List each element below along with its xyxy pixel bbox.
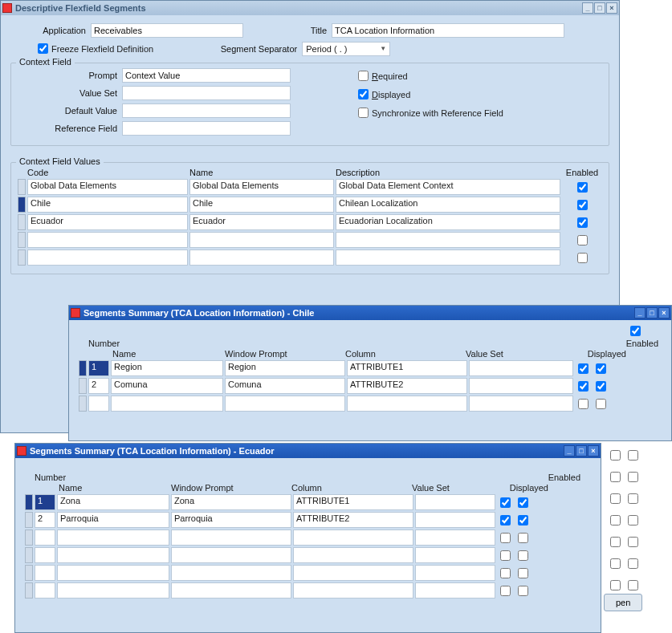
- parent-chk[interactable]: [610, 558, 621, 569]
- enabled-checkbox[interactable]: [577, 182, 588, 193]
- valueset-cell[interactable]: [415, 547, 495, 563]
- default-input[interactable]: [122, 103, 291, 118]
- name-cell[interactable]: Parroquia: [57, 512, 169, 528]
- enabled-checkbox[interactable]: [518, 568, 528, 578]
- segment-row[interactable]: 1 Region Region ATTRIBUTE1: [79, 360, 662, 376]
- chile-top-checkbox[interactable]: [630, 326, 641, 336]
- segment-row[interactable]: [25, 530, 591, 546]
- row-marker[interactable]: [79, 378, 87, 394]
- enabled-checkbox[interactable]: [577, 200, 588, 210]
- number-cell[interactable]: 1: [35, 494, 55, 510]
- close-button[interactable]: ×: [606, 2, 617, 14]
- column-cell[interactable]: [347, 396, 467, 412]
- enabled-checkbox[interactable]: [596, 399, 606, 409]
- column-cell[interactable]: ATTRIBUTE1: [347, 360, 467, 376]
- parent-chk[interactable]: [628, 450, 638, 461]
- parent-chk[interactable]: [610, 537, 621, 547]
- valueset-cell[interactable]: [415, 565, 495, 581]
- row-marker[interactable]: [79, 360, 87, 376]
- row-marker[interactable]: [18, 250, 26, 266]
- ecuador-maximize[interactable]: □: [576, 445, 587, 456]
- desc-cell[interactable]: Global Data Element Context: [336, 179, 560, 195]
- code-cell[interactable]: [27, 232, 188, 248]
- segment-row[interactable]: 1 Zona Zona ATTRIBUTE1: [25, 494, 591, 510]
- row-marker[interactable]: [25, 547, 33, 563]
- displayed-checkbox[interactable]: [578, 399, 589, 409]
- enabled-checkbox[interactable]: [518, 550, 528, 561]
- ecuador-close[interactable]: ×: [588, 445, 599, 456]
- prompt-cell[interactable]: [171, 530, 291, 546]
- name-cell[interactable]: [57, 547, 169, 563]
- row-marker[interactable]: [25, 530, 33, 546]
- prompt-cell[interactable]: Comuna: [225, 378, 345, 394]
- name-cell[interactable]: [57, 565, 169, 581]
- enabled-checkbox[interactable]: [596, 363, 606, 374]
- enabled-checkbox[interactable]: [518, 515, 528, 525]
- desc-cell[interactable]: Ecuadorian Localization: [336, 214, 560, 230]
- minimize-button[interactable]: _: [582, 2, 593, 14]
- context-value-row[interactable]: Global Data Elements Global Data Element…: [18, 179, 602, 195]
- code-cell[interactable]: [27, 250, 188, 266]
- column-cell[interactable]: ATTRIBUTE2: [293, 512, 413, 528]
- number-cell[interactable]: 2: [88, 378, 109, 394]
- parent-chk[interactable]: [628, 472, 638, 482]
- number-cell[interactable]: [35, 547, 55, 563]
- title-input[interactable]: [332, 23, 564, 38]
- name-cell[interactable]: Zona: [57, 494, 169, 510]
- segment-row[interactable]: [25, 565, 591, 581]
- parent-chk[interactable]: [628, 580, 638, 590]
- row-marker[interactable]: [79, 396, 87, 412]
- displayed-checkbox[interactable]: [500, 497, 511, 508]
- column-cell[interactable]: [293, 530, 413, 546]
- column-cell[interactable]: [293, 547, 413, 563]
- parent-chk[interactable]: [628, 515, 638, 525]
- enabled-checkbox[interactable]: [518, 497, 528, 508]
- desc-cell[interactable]: [336, 250, 560, 266]
- context-value-row[interactable]: [18, 250, 602, 266]
- name-cell[interactable]: [111, 396, 223, 412]
- valueset-cell[interactable]: [415, 494, 495, 510]
- parent-chk[interactable]: [610, 450, 621, 461]
- row-marker[interactable]: [18, 179, 26, 195]
- enabled-checkbox[interactable]: [518, 533, 528, 543]
- valueset-cell[interactable]: [469, 396, 573, 412]
- context-value-row[interactable]: Chile Chile Chilean Localization: [18, 197, 602, 213]
- enabled-checkbox[interactable]: [518, 586, 528, 596]
- required-checkbox[interactable]: [358, 71, 369, 81]
- maximize-button[interactable]: □: [594, 2, 605, 14]
- segment-row[interactable]: 2 Comuna Comuna ATTRIBUTE2: [79, 378, 662, 394]
- number-cell[interactable]: [35, 565, 55, 581]
- prompt-cell[interactable]: [225, 396, 345, 412]
- row-marker[interactable]: [18, 197, 26, 213]
- column-cell[interactable]: [293, 582, 413, 599]
- row-marker[interactable]: [25, 494, 33, 510]
- segment-row[interactable]: 2 Parroquia Parroquia ATTRIBUTE2: [25, 512, 591, 528]
- number-cell[interactable]: [88, 396, 109, 412]
- desc-cell[interactable]: [336, 232, 560, 248]
- segment-row[interactable]: [25, 547, 591, 563]
- displayed-checkbox[interactable]: [500, 550, 511, 561]
- parent-chk[interactable]: [628, 493, 638, 504]
- enabled-checkbox[interactable]: [577, 253, 588, 263]
- enabled-checkbox[interactable]: [577, 235, 588, 245]
- row-marker[interactable]: [25, 565, 33, 581]
- displayed-checkbox[interactable]: [358, 89, 369, 99]
- parent-chk[interactable]: [628, 537, 638, 547]
- prompt-cell[interactable]: [171, 547, 291, 563]
- valueset-cell[interactable]: [415, 582, 495, 599]
- row-marker[interactable]: [18, 232, 26, 248]
- valueset-cell[interactable]: [469, 360, 573, 376]
- name-cell[interactable]: [189, 250, 334, 266]
- displayed-checkbox[interactable]: [500, 515, 511, 525]
- displayed-checkbox[interactable]: [500, 586, 511, 596]
- enabled-checkbox[interactable]: [577, 217, 588, 228]
- prompt-cell[interactable]: Zona: [171, 494, 291, 510]
- parent-chk[interactable]: [610, 580, 621, 590]
- context-value-row[interactable]: [18, 232, 602, 248]
- prompt-cell[interactable]: Parroquia: [171, 512, 291, 528]
- open-button[interactable]: pen: [604, 594, 642, 611]
- ecuador-minimize[interactable]: _: [564, 445, 575, 456]
- valueset-cell[interactable]: [415, 512, 495, 528]
- number-cell[interactable]: 2: [35, 512, 55, 528]
- chile-maximize[interactable]: □: [646, 307, 658, 319]
